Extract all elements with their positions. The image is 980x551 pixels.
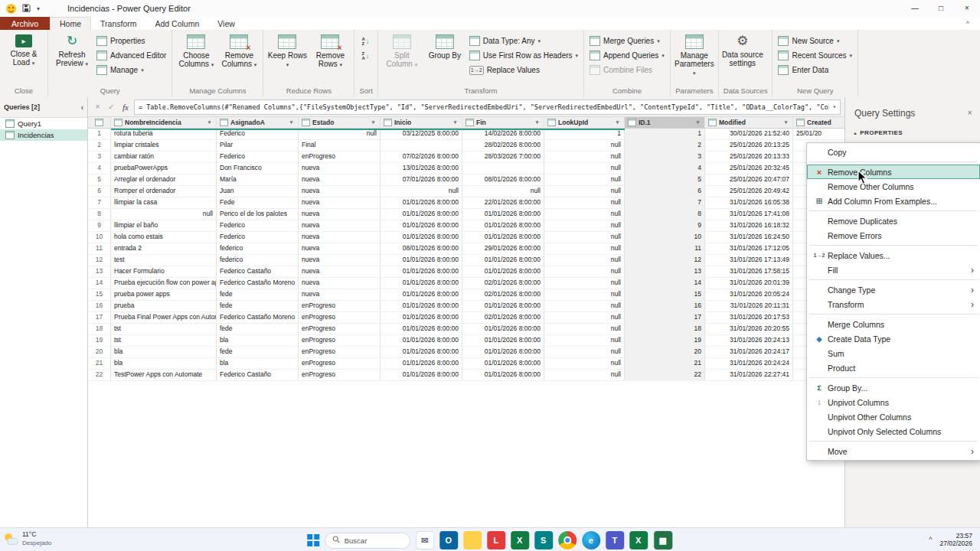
filter-icon[interactable]: ▾ [534,119,541,126]
table-cell[interactable]: Federico [217,232,299,243]
table-cell[interactable]: 25/01/2026 20:13:25 [705,140,793,151]
table-cell[interactable]: 01/01/2026 8:00:00 [462,255,544,266]
table-cell[interactable]: 31/01/2026 20:24:17 [705,347,793,357]
column-header-nombreincidencia[interactable]: NombreIncidencia▾ [111,117,217,129]
merge-queries-button[interactable]: Merge Queries▾ [587,34,667,47]
column-header-asignadoa[interactable]: AsignadoA▾ [217,117,299,129]
table-cell[interactable]: null [544,220,625,231]
table-cell[interactable]: nueva [299,232,381,243]
minimize-button[interactable]: — [902,0,928,17]
table-cell[interactable]: 14 [625,278,705,289]
teams-icon[interactable]: T [606,531,624,549]
table-cell[interactable]: 01/01/2026 8:00:00 [462,209,544,220]
table-cell[interactable]: fede [217,301,299,311]
row-number[interactable]: 2 [88,140,111,151]
table-cell[interactable]: bla [217,358,299,369]
outlook-icon[interactable]: O [439,531,458,549]
table-cell[interactable]: 21 [625,358,705,369]
remove-columns-button[interactable]: ×Remove Columns ▾ [218,31,260,82]
table-cell[interactable]: 25/01/2026 20:13:33 [705,152,793,162]
table-cell[interactable]: Federico Castaño Moreno [217,278,299,289]
table-cell[interactable]: null [544,174,625,185]
menu-item-merge-columns[interactable]: Merge Columns [807,317,980,331]
table-cell[interactable]: Federico [217,129,299,139]
table-cell[interactable]: null [544,255,625,266]
table-cell[interactable]: 10 [625,232,705,243]
row-number[interactable]: 15 [88,289,111,300]
table-cell[interactable]: nueva [299,163,381,174]
table-cell[interactable]: 31/01/2026 16:05:38 [705,197,793,208]
table-cell[interactable]: 31/01/2026 20:11:31 [705,301,793,311]
recent-sources-button[interactable]: Recent Sources▾ [776,49,854,62]
table-cell[interactable]: 25/01/2026 20:47:07 [705,174,793,185]
table-cell[interactable]: null [544,232,625,243]
keep-rows-button[interactable]: Keep Rows ▾ [266,31,308,82]
append-queries-button[interactable]: Append Queries▾ [587,49,667,62]
replace-values-button[interactable]: 1→2Replace Values [467,64,580,77]
row-number[interactable]: 7 [88,197,111,208]
table-cell[interactable]: 07/01/2026 8:00:00 [381,174,462,185]
table-cell[interactable]: 11 [625,243,705,254]
refresh-preview-button[interactable]: ↻Refresh Preview ▾ [51,31,93,82]
column-header-created[interactable]: Created▾ [793,117,844,129]
collapse-pane-icon[interactable]: ‹ [81,103,83,112]
table-cell[interactable] [381,140,462,151]
table-cell[interactable]: 22 [625,370,705,380]
menu-item-product[interactable]: Product [807,360,980,375]
table-cell[interactable]: 7 [625,197,705,208]
table-cell[interactable]: 5 [625,174,705,185]
table-cell[interactable]: 01/01/2026 8:00:00 [381,255,462,266]
tab-home[interactable]: Home [50,17,91,30]
table-cell[interactable]: nueva [299,278,381,289]
table-cell[interactable]: 25/01/2026 20:32:45 [705,163,793,174]
table-cell[interactable]: 15 [625,289,705,300]
table-cell[interactable]: 08/01/2026 8:00:00 [462,174,544,185]
l-app-icon[interactable]: L [487,531,505,549]
row-number[interactable]: 3 [88,152,111,162]
formula-input[interactable]: = Table.RemoveColumns(#"Renamed Columns"… [134,99,841,115]
table-cell[interactable]: 01/01/2026 8:00:00 [381,312,462,323]
table-cell[interactable]: 01/01/2026 8:00:00 [381,347,462,357]
split-column-button[interactable]: Split Column ▾ [381,31,423,82]
menu-item-remove-other-columns[interactable]: Remove Other Columns [807,179,980,194]
table-cell[interactable]: 1 [625,129,705,139]
row-number[interactable]: 11 [88,243,111,254]
table-cell[interactable]: null [462,186,544,197]
table-cell[interactable]: Romper el ordenador [111,186,217,197]
menu-item-sum[interactable]: Sum [807,346,980,360]
table-cell[interactable]: 8 [625,209,705,220]
weather-widget[interactable]: 11°C Despejado [5,530,51,547]
table-cell[interactable]: 01/01/2026 8:00:00 [381,289,462,300]
table-cell[interactable]: 31/01/2026 20:24:13 [705,335,793,346]
filter-icon[interactable]: ▾ [370,119,377,126]
manage-button[interactable]: Manage▾ [94,64,168,77]
table-cell[interactable]: null [544,243,625,254]
table-cell[interactable]: 29/01/2026 8:00:00 [462,243,544,254]
table-cell[interactable]: test [111,255,217,266]
table-cell[interactable]: cambiar ratón [111,152,217,162]
table-cell[interactable]: nueva [299,266,381,277]
table-cell[interactable]: enProgreso [299,312,381,323]
table-cell[interactable]: nueva [299,197,381,208]
menu-item-fill[interactable]: Fill› [807,262,980,277]
table-cell[interactable]: fede [217,347,299,357]
table-cell[interactable]: fede [217,324,299,334]
qat-dropdown-icon[interactable]: ▾ [37,5,40,12]
table-cell[interactable]: Prueba Final Power Apps con Automate [111,312,217,323]
table-cell[interactable]: null [544,358,625,369]
table-cell[interactable]: null [111,209,217,220]
table-cell[interactable]: 14/02/2026 8:00:00 [462,129,544,139]
table-cell[interactable]: 9 [625,220,705,231]
table-cell[interactable]: 31/01/2026 20:05:24 [705,289,793,300]
table-cell[interactable]: nueva [299,255,381,266]
table-cell[interactable]: nueva [299,220,381,231]
menu-item-change-type[interactable]: Change Type› [807,282,980,297]
table-cell[interactable]: null [299,129,381,139]
table-cell[interactable]: 31/01/2026 16:18:32 [705,220,793,231]
table-cell[interactable]: entrada 2 [111,243,217,254]
filter-icon[interactable]: ▾ [614,119,621,126]
table-cell[interactable]: 13 [625,266,705,277]
table-cell[interactable]: rotura tuberia [111,129,217,139]
table-cell[interactable]: null [544,278,625,289]
table-cell[interactable]: null [544,312,625,323]
